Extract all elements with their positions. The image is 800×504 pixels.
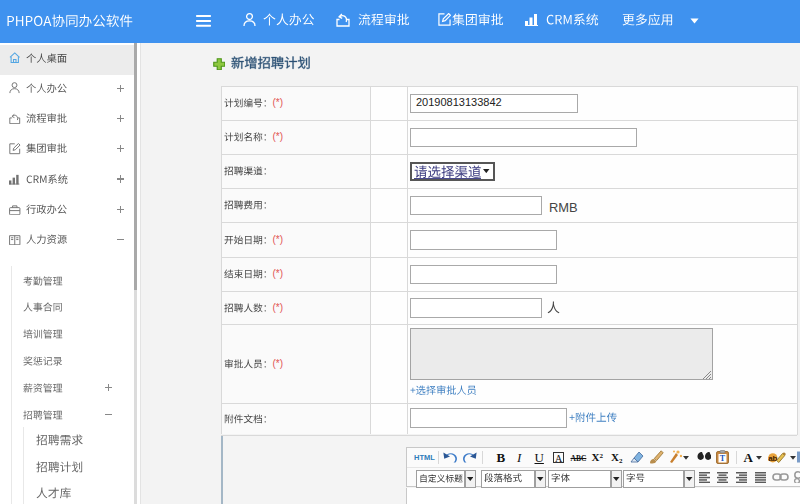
svg-text:ab: ab bbox=[768, 453, 777, 462]
svg-text:T: T bbox=[720, 454, 726, 463]
